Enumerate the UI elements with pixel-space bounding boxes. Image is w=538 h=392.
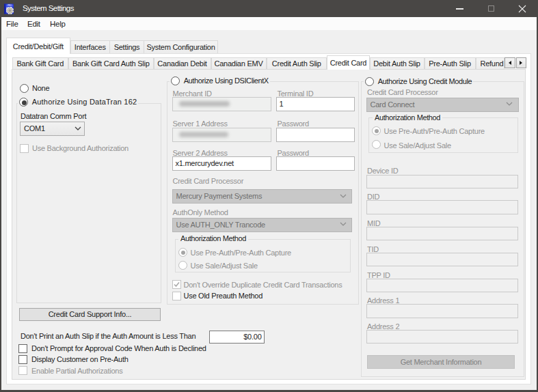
svg-text:PRO: PRO	[7, 4, 12, 7]
